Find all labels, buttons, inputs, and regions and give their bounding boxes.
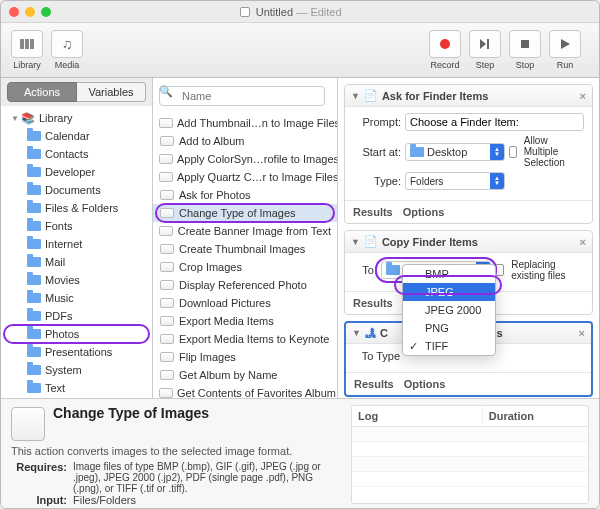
log-table: LogDuration: [351, 405, 589, 504]
start-at-select[interactable]: Desktop▲▼: [405, 143, 505, 161]
info-panel: Change Type of Images This action conver…: [1, 398, 599, 508]
library-button[interactable]: Library: [11, 30, 43, 70]
library-item-mail[interactable]: Mail: [1, 253, 152, 271]
prompt-label: Prompt:: [353, 116, 401, 128]
action-item[interactable]: Ask for Photos: [153, 186, 337, 204]
svg-marker-7: [561, 39, 570, 49]
type-option-png[interactable]: PNG: [403, 319, 495, 337]
replacing-checkbox[interactable]: [495, 264, 504, 276]
library-item-system[interactable]: System: [1, 361, 152, 379]
action-item[interactable]: Apply ColorSyn…rofile to Images: [153, 150, 337, 168]
svg-rect-6: [521, 40, 529, 48]
library-item-documents[interactable]: Documents: [1, 181, 152, 199]
svg-rect-5: [487, 39, 489, 49]
log-header-log: Log: [352, 406, 482, 426]
library-item-text[interactable]: Text: [1, 379, 152, 397]
svg-marker-4: [480, 39, 486, 49]
actions-list[interactable]: Add Thumbnail…n to Image FilesAdd to Alb…: [153, 114, 337, 398]
library-item-calendar[interactable]: Calendar: [1, 127, 152, 145]
to-type-popup[interactable]: BMPJPEGJPEG 2000PNG✓TIFF: [402, 264, 496, 356]
tab-actions[interactable]: Actions: [7, 82, 77, 102]
type-select[interactable]: Folders▲▼: [405, 172, 505, 190]
library-item-music[interactable]: Music: [1, 289, 152, 307]
type-option-bmp[interactable]: BMP: [403, 265, 495, 283]
library-item-movies[interactable]: Movies: [1, 271, 152, 289]
tab-variables[interactable]: Variables: [77, 82, 146, 102]
library-item-contacts[interactable]: Contacts: [1, 145, 152, 163]
info-title: Change Type of Images: [53, 405, 209, 421]
library-item-developer[interactable]: Developer: [1, 163, 152, 181]
action-large-icon: [11, 407, 45, 441]
input-value: Files/Folders: [73, 494, 341, 506]
type-option-jpeg[interactable]: JPEG: [403, 283, 495, 301]
action-item[interactable]: Display Referenced Photo: [153, 276, 337, 294]
toolbar: Library ♫ Media Record Step Stop Run: [1, 23, 599, 78]
options-button[interactable]: Options: [404, 378, 446, 390]
action-item[interactable]: Export Media Items to Keynote: [153, 330, 337, 348]
results-button[interactable]: Results: [353, 206, 393, 218]
zoom-window-button[interactable]: [41, 7, 51, 17]
svg-rect-2: [30, 39, 34, 49]
photo-icon: 🏞: [365, 327, 376, 339]
record-button[interactable]: Record: [429, 30, 461, 70]
action-item[interactable]: Create Banner Image from Text: [153, 222, 337, 240]
window-title: Untitled — Edited: [51, 5, 591, 19]
svg-rect-0: [20, 39, 24, 49]
action-item[interactable]: Get Contents of Favorites Album: [153, 384, 337, 398]
prompt-input[interactable]: [405, 113, 584, 131]
action-item[interactable]: Add to Album: [153, 132, 337, 150]
library-root[interactable]: ▼📚Library: [1, 109, 152, 127]
search-icon: 🔍: [159, 85, 173, 98]
stop-button[interactable]: Stop: [509, 30, 541, 70]
media-button[interactable]: ♫ Media: [51, 30, 83, 70]
to-type-label: To Type: [354, 350, 400, 362]
library-item-fonts[interactable]: Fonts: [1, 217, 152, 235]
type-option-jpeg-2000[interactable]: JPEG 2000: [403, 301, 495, 319]
run-button[interactable]: Run: [549, 30, 581, 70]
step-button[interactable]: Step: [469, 30, 501, 70]
allow-multiple-checkbox[interactable]: [509, 146, 517, 158]
action-item[interactable]: Change Type of Images: [153, 204, 337, 222]
type-option-tiff[interactable]: ✓TIFF: [403, 337, 495, 355]
close-window-button[interactable]: [9, 7, 19, 17]
results-button[interactable]: Results: [354, 378, 394, 390]
options-button[interactable]: Options: [403, 206, 445, 218]
result-label: Result:: [11, 506, 67, 508]
library-item-files-folders[interactable]: Files & Folders: [1, 199, 152, 217]
input-label: Input:: [11, 494, 67, 506]
info-description: This action converts images to the selec…: [11, 445, 341, 457]
search-input[interactable]: [159, 86, 325, 106]
folder-icon: [386, 265, 400, 275]
workflow-canvas[interactable]: ▼📄Ask for Finder Items× Prompt: Start at…: [338, 78, 599, 398]
to-label: To:: [353, 264, 377, 276]
type-label: Type:: [353, 175, 401, 187]
close-step-button[interactable]: ×: [579, 327, 585, 339]
action-item[interactable]: Create Thumbnail Images: [153, 240, 337, 258]
folder-icon: [410, 147, 424, 157]
library-tree[interactable]: ▼📚LibraryCalendarContactsDeveloperDocume…: [1, 106, 152, 398]
step-title: Ask for Finder Items: [382, 90, 488, 102]
document-icon: [240, 7, 250, 17]
minimize-window-button[interactable]: [25, 7, 35, 17]
library-item-presentations[interactable]: Presentations: [1, 343, 152, 361]
close-step-button[interactable]: ×: [580, 90, 586, 102]
library-item-pdfs[interactable]: PDFs: [1, 307, 152, 325]
action-item[interactable]: Apply Quartz C…r to Image Files: [153, 168, 337, 186]
window-controls: [9, 7, 51, 17]
action-item[interactable]: Add Thumbnail…n to Image Files: [153, 114, 337, 132]
action-item[interactable]: Crop Images: [153, 258, 337, 276]
svg-point-3: [440, 39, 450, 49]
action-item[interactable]: Download Pictures: [153, 294, 337, 312]
close-step-button[interactable]: ×: [580, 236, 586, 248]
step-title: Copy Finder Items: [382, 236, 478, 248]
title-bar: Untitled — Edited: [1, 1, 599, 23]
allow-multiple-label: Allow Multiple Selection: [524, 135, 584, 168]
action-item[interactable]: Export Media Items: [153, 312, 337, 330]
library-item-photos[interactable]: Photos: [1, 325, 152, 343]
action-item[interactable]: Get Album by Name: [153, 366, 337, 384]
replacing-label: Replacing existing files: [511, 259, 584, 281]
results-button[interactable]: Results: [353, 297, 393, 309]
action-item[interactable]: Flip Images: [153, 348, 337, 366]
library-item-internet[interactable]: Internet: [1, 235, 152, 253]
finder-icon: 📄: [364, 89, 378, 102]
